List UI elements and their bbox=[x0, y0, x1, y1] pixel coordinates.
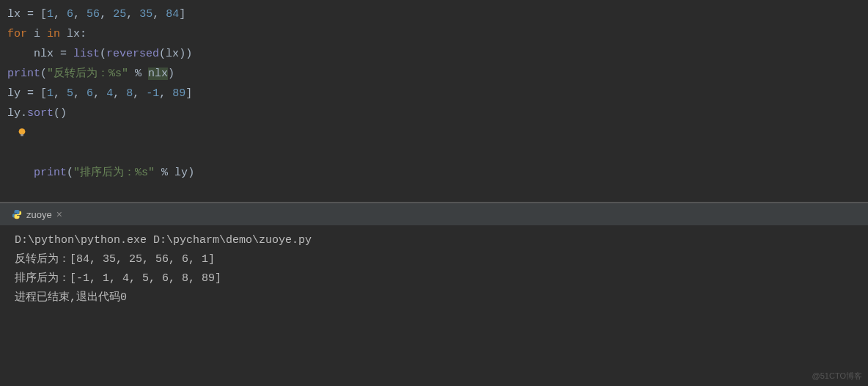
variable: nlx bbox=[34, 48, 54, 60]
console-tab-bar: zuoye × bbox=[0, 203, 868, 225]
code-line[interactable]: lx = [1, 6, 56, 25, 35, 84] bbox=[7, 4, 861, 24]
variable: ly bbox=[174, 167, 188, 179]
variable: ly bbox=[7, 107, 21, 120]
variable: nlx bbox=[148, 68, 168, 80]
builtin-print: print bbox=[34, 167, 67, 179]
number: 6 bbox=[87, 87, 93, 100]
bracket: [ bbox=[40, 8, 47, 21]
number: 1 bbox=[47, 8, 54, 21]
builtin-print: print bbox=[7, 68, 40, 80]
code-line[interactable]: print("反转后为：%s" % nlx) bbox=[7, 64, 861, 84]
keyword-for: for bbox=[7, 28, 27, 40]
number: 5 bbox=[67, 87, 73, 100]
method-sort: sort bbox=[27, 107, 54, 120]
variable: ly bbox=[7, 87, 21, 100]
svg-rect-1 bbox=[21, 134, 23, 136]
close-icon[interactable]: × bbox=[56, 208, 62, 220]
console-line: 排序后为：[-1, 1, 4, 5, 6, 8, 89] bbox=[15, 269, 853, 288]
string-literal: "反转后为：%s" bbox=[47, 68, 128, 80]
number: 35 bbox=[139, 8, 152, 21]
code-line[interactable]: ly.sort() bbox=[7, 103, 861, 123]
builtin-list: list bbox=[73, 48, 100, 60]
console-output[interactable]: D:\python\python.exe D:\pycharm\demo\zuo… bbox=[0, 225, 868, 386]
variable: lx bbox=[7, 8, 21, 21]
bracket: ] bbox=[179, 8, 185, 21]
lightbulb-icon[interactable] bbox=[17, 128, 27, 138]
number: -1 bbox=[146, 87, 159, 100]
variable: lx bbox=[166, 48, 179, 60]
operator: = bbox=[21, 8, 40, 21]
console-line: D:\python\python.exe D:\pycharm\demo\zuo… bbox=[15, 231, 853, 250]
number: 89 bbox=[172, 87, 185, 100]
code-line[interactable]: nlx = list(reversed(lx)) bbox=[7, 44, 861, 64]
console-line: 反转后为：[84, 35, 25, 56, 6, 1] bbox=[15, 250, 853, 269]
number: 4 bbox=[106, 87, 113, 100]
variable: lx bbox=[67, 28, 80, 40]
python-icon bbox=[12, 209, 22, 219]
string-literal: "排序后为：%s" bbox=[73, 167, 155, 179]
number: 84 bbox=[166, 8, 179, 21]
tab-label: zuoye bbox=[26, 209, 52, 220]
number: 6 bbox=[67, 8, 73, 21]
code-editor[interactable]: lx = [1, 6, 56, 25, 35, 84] for i in lx:… bbox=[0, 0, 868, 202]
code-line[interactable]: print("排序后为：%s" % ly) bbox=[7, 123, 861, 183]
code-line[interactable]: ly = [1, 5, 6, 4, 8, -1, 89] bbox=[7, 84, 861, 103]
code-line[interactable]: for i in lx: bbox=[7, 24, 861, 44]
number: 56 bbox=[87, 8, 100, 21]
number: 8 bbox=[126, 87, 133, 100]
svg-point-0 bbox=[19, 128, 26, 135]
number: 25 bbox=[113, 8, 126, 21]
number: 1 bbox=[47, 87, 54, 100]
console-line: 进程已结束,退出代码0 bbox=[15, 288, 853, 307]
watermark: @51CTO博客 bbox=[812, 371, 862, 382]
keyword-in: in bbox=[47, 28, 60, 40]
variable: i bbox=[34, 28, 40, 40]
console-tab[interactable]: zuoye × bbox=[6, 208, 68, 220]
builtin-reversed: reversed bbox=[106, 48, 159, 60]
